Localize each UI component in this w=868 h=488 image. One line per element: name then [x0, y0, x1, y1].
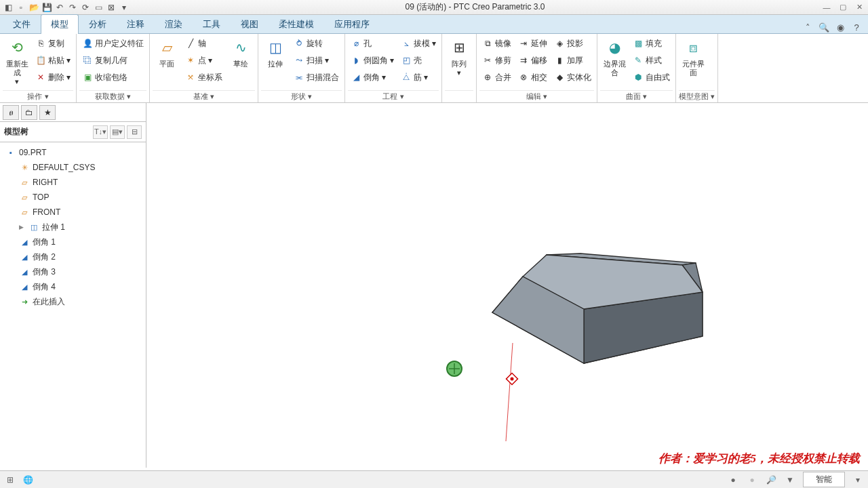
- tree-chamfer-1[interactable]: ◢倒角 1: [0, 235, 146, 249]
- close-win-icon[interactable]: ⊠: [106, 2, 117, 13]
- component-interface-button[interactable]: ⧈元件界面: [679, 35, 707, 79]
- group-engineering: ⌀孔 ◗倒圆角 ▾ ◢倒角 ▾ ⦣拔模 ▾ ◰壳 ⧊筋 ▾ 工程 ▾: [345, 34, 442, 102]
- tab-apps[interactable]: 应用程序: [324, 14, 380, 34]
- shell-button[interactable]: ◰壳: [398, 52, 439, 68]
- tree-chamfer-4[interactable]: ◢倒角 4: [0, 279, 146, 294]
- paste-button[interactable]: 📋粘贴 ▾: [33, 52, 73, 68]
- trim-button[interactable]: ✂修剪: [479, 52, 514, 68]
- help-center-icon[interactable]: ◉: [834, 21, 846, 33]
- save-icon[interactable]: 💾: [41, 2, 52, 13]
- nav-folder-icon[interactable]: 🗀: [21, 105, 37, 120]
- group-surface: ◕边界混合 ▩填充 ✎样式 ⬢自由式 曲面 ▾: [597, 34, 676, 102]
- nav-fav-icon[interactable]: ★: [39, 105, 56, 120]
- svg-line-1: [506, 343, 513, 441]
- tab-flex[interactable]: 柔性建模: [269, 14, 324, 34]
- tree-chamfer-3[interactable]: ◢倒角 3: [0, 264, 146, 279]
- mirror-button[interactable]: ⧉镜像: [479, 35, 514, 52]
- rib-button[interactable]: ⧊筋 ▾: [398, 69, 439, 85]
- new-icon[interactable]: ▫: [16, 2, 26, 13]
- group-operations: ⟲重新生成▾ ⎘复制 📋粘贴 ▾ ✕删除 ▾ 操作 ▾: [0, 34, 77, 102]
- group-label: 基准 ▾: [153, 90, 255, 102]
- revolve-button[interactable]: ⥁旋转: [291, 35, 342, 52]
- tab-tools[interactable]: 工具: [193, 14, 231, 34]
- tree-extrude[interactable]: ▶◫拉伸 1: [0, 220, 146, 235]
- chamfer-button[interactable]: ◢倒角 ▾: [348, 69, 397, 85]
- point-button[interactable]: ✶点 ▾: [182, 52, 225, 68]
- freestyle-button[interactable]: ⬢自由式: [630, 69, 673, 85]
- tab-render[interactable]: 渲染: [155, 14, 193, 34]
- fill-button[interactable]: ▩填充: [630, 35, 673, 52]
- tree-display-icon[interactable]: ⊟: [127, 125, 142, 139]
- tree-root[interactable]: ▪09.PRT: [0, 145, 146, 160]
- tab-annotate[interactable]: 注释: [117, 14, 155, 34]
- tree-plane-right[interactable]: ▱RIGHT: [0, 175, 146, 190]
- undo-icon[interactable]: ↶: [54, 2, 65, 13]
- solidify-button[interactable]: ◆实体化: [551, 69, 594, 85]
- intersect-button[interactable]: ⊗相交: [515, 69, 550, 85]
- copy-button[interactable]: ⎘复制: [33, 35, 73, 52]
- sketch-button[interactable]: ∿草绘: [226, 35, 255, 70]
- tree-insert-here[interactable]: ➜在此插入: [0, 294, 146, 309]
- group-label: [445, 90, 473, 102]
- csys-button[interactable]: ⤧坐标系: [182, 69, 225, 85]
- selection-filter-icon[interactable]: ▼: [784, 474, 796, 486]
- traffic-grey-icon: ●: [746, 474, 758, 486]
- traffic-green-icon[interactable]: ●: [727, 474, 739, 486]
- project-button[interactable]: ◈投影: [551, 35, 594, 52]
- tree-plane-front[interactable]: ▱FRONT: [0, 205, 146, 220]
- axis-button[interactable]: ╱轴: [182, 35, 225, 52]
- group-pattern: ⊞阵列▾: [442, 34, 477, 102]
- tab-analysis[interactable]: 分析: [79, 14, 117, 34]
- tree-chamfer-2[interactable]: ◢倒角 2: [0, 249, 146, 264]
- group-label: 形状 ▾: [261, 90, 342, 102]
- regen-icon[interactable]: ⟳: [80, 2, 91, 13]
- copygeom-button[interactable]: ⿻复制几何: [79, 52, 146, 68]
- find-icon[interactable]: 🔎: [765, 474, 777, 486]
- tree-plane-top[interactable]: ▱TOP: [0, 190, 146, 205]
- extrude-button[interactable]: ◫拉伸: [261, 35, 290, 70]
- filter-dropdown-icon[interactable]: ▾: [852, 474, 864, 486]
- tree-header: 模型树 T↓▾ ▤▾ ⊟: [0, 122, 146, 142]
- maximize-icon[interactable]: ▢: [837, 3, 849, 12]
- graphics-viewport[interactable]: [146, 103, 868, 468]
- offset-button[interactable]: ⇉偏移: [515, 52, 550, 68]
- status-tree-icon[interactable]: ⊞: [4, 474, 16, 486]
- draft-button[interactable]: ⦣拔模 ▾: [398, 35, 439, 52]
- delete-button[interactable]: ✕删除 ▾: [33, 69, 73, 85]
- qat-dropdown-icon[interactable]: ▾: [119, 2, 130, 13]
- tree-filter-icon[interactable]: T↓▾: [93, 125, 108, 139]
- style-button[interactable]: ✎样式: [630, 52, 673, 68]
- pattern-button[interactable]: ⊞阵列▾: [445, 35, 473, 79]
- shrinkwrap-button[interactable]: ▣收缩包络: [79, 69, 146, 85]
- search-icon[interactable]: 🔍: [818, 21, 830, 33]
- nav-tree-icon[interactable]: ፀ: [3, 105, 19, 120]
- selection-mode[interactable]: 智能: [803, 472, 845, 487]
- tree-csys[interactable]: ✳DEFAULT_CSYS: [0, 160, 146, 175]
- close-icon[interactable]: ✕: [853, 3, 865, 12]
- merge-button[interactable]: ⊕合并: [479, 69, 514, 85]
- blend-button[interactable]: ⫘扫描混合: [291, 69, 342, 85]
- sweep-button[interactable]: ⤳扫描 ▾: [291, 52, 342, 68]
- boundary-blend-button[interactable]: ◕边界混合: [600, 35, 629, 79]
- hole-button[interactable]: ⌀孔: [348, 35, 397, 52]
- ribbon: ⟲重新生成▾ ⎘复制 📋粘贴 ▾ ✕删除 ▾ 操作 ▾ 👤用户定义特征 ⿻复制几…: [0, 34, 868, 103]
- thicken-button[interactable]: ▮加厚: [551, 52, 594, 68]
- collapse-ribbon-icon[interactable]: ˄: [802, 21, 814, 33]
- minimize-icon[interactable]: —: [821, 3, 833, 12]
- watermark-text: 作者：爱学习的老5，未经授权禁止转载: [658, 451, 861, 466]
- extend-button[interactable]: ⇥延伸: [515, 35, 550, 52]
- redo-icon[interactable]: ↷: [67, 2, 78, 13]
- tree-settings-icon[interactable]: ▤▾: [110, 125, 125, 139]
- tab-file[interactable]: 文件: [3, 14, 41, 34]
- tab-model[interactable]: 模型: [41, 14, 79, 34]
- regenerate-button[interactable]: ⟲重新生成▾: [3, 35, 31, 87]
- round-button[interactable]: ◗倒圆角 ▾: [348, 52, 397, 68]
- status-browser-icon[interactable]: 🌐: [22, 474, 34, 486]
- udf-button[interactable]: 👤用户定义特征: [79, 35, 146, 52]
- quick-access-toolbar: ◧ ▫ 📂 💾 ↶ ↷ ⟳ ▭ ⊠ ▾: [3, 2, 130, 13]
- help-icon[interactable]: ?: [850, 21, 863, 33]
- plane-button[interactable]: ▱平面: [153, 35, 181, 70]
- open-icon[interactable]: 📂: [28, 2, 39, 13]
- tab-view[interactable]: 视图: [231, 14, 269, 34]
- windows-icon[interactable]: ▭: [93, 2, 104, 13]
